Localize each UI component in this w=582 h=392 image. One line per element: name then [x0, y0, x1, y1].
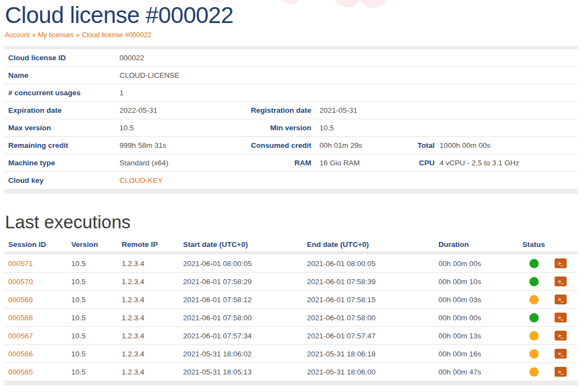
terminal-icon: >_ [558, 279, 563, 284]
duration-cell: 00h 00m 00s [436, 255, 521, 273]
duration-cell: 00h 00m 10s [436, 273, 521, 291]
session-id-link[interactable]: 000571 [8, 260, 33, 268]
detail-label [377, 49, 435, 67]
column-header-actions [547, 237, 578, 251]
end-date-cell: 2021-06-01 07:58:39 [304, 273, 436, 291]
session-id-cell: 000565 [4, 363, 71, 381]
terminal-button[interactable]: >_ [555, 276, 567, 286]
start-date-cell: 2021-06-01 07:58:29 [181, 273, 304, 291]
terminal-button[interactable]: >_ [555, 295, 567, 304]
detail-label [202, 49, 311, 67]
start-date-cell: 2021-06-01 08:00:05 [181, 255, 304, 273]
session-id-link[interactable]: 000570 [8, 278, 33, 286]
column-header-status: Status [521, 237, 547, 251]
session-id-link[interactable]: 000565 [8, 368, 33, 376]
detail-value [435, 172, 578, 189]
start-date-cell: 2021-05-31 18:06:02 [181, 345, 304, 363]
license-detail-row: Remaining credit999h 58m 31sConsumed cre… [4, 137, 578, 154]
duration-cell: 00h 00m 13s [436, 327, 521, 345]
detail-value: 1 [119, 84, 202, 102]
license-detail-row: Cloud keyCLOUD-KEY [4, 172, 578, 189]
license-detail-row: NameCLOUD-LICENSE [4, 67, 578, 84]
terminal-icon: >_ [558, 315, 563, 320]
cloud-key-link[interactable]: CLOUD-KEY [119, 176, 163, 185]
detail-label [202, 67, 311, 84]
page-title: Cloud license #000022 [0, 0, 582, 28]
detail-value: 00h 01m 29s [311, 137, 377, 154]
start-date-cell: 2021-06-01 07:57:34 [181, 327, 304, 345]
column-header-session-id: Session ID [4, 237, 71, 251]
session-id-cell: 000567 [4, 327, 71, 345]
status-dot [529, 331, 539, 341]
status-cell [521, 309, 547, 327]
status-dot [529, 349, 539, 359]
remote-ip-cell: 1.2.3.4 [118, 291, 181, 309]
detail-value: 10.5 [311, 119, 377, 137]
session-id-cell: 000566 [4, 345, 71, 363]
duration-cell: 00h 00m 03s [436, 291, 521, 309]
execution-row: 00057010.51.2.3.42021-06-01 07:58:292021… [4, 273, 578, 291]
actions-cell: >_ [547, 345, 578, 363]
status-dot [529, 295, 539, 304]
session-id-link[interactable]: 000566 [8, 350, 33, 358]
session-id-cell: 000570 [4, 273, 71, 291]
executions-table: Session ID Version Remote IP Start date … [4, 237, 578, 385]
end-date-cell: 2021-06-01 07:58:00 [304, 309, 436, 327]
end-date-cell: 2021-05-31 18:06:00 [304, 363, 436, 381]
duration-cell: 00h 00m 16s [436, 345, 521, 363]
detail-value [435, 49, 578, 67]
detail-label [202, 84, 311, 102]
executions-header-row: Session ID Version Remote IP Start date … [4, 237, 578, 251]
session-id-link[interactable]: 000568 [8, 314, 33, 322]
last-executions-heading: Last executions [5, 212, 582, 233]
terminal-button[interactable]: >_ [555, 349, 567, 359]
detail-label: Max version [4, 119, 119, 137]
detail-label: Machine type [4, 154, 119, 172]
terminal-icon: >_ [558, 369, 563, 374]
license-detail-row: Max version10.5Min version10.5 [4, 119, 578, 137]
terminal-icon: >_ [558, 333, 563, 338]
breadcrumb-separator: » [73, 31, 82, 39]
status-cell [521, 363, 547, 381]
session-id-link[interactable]: 000569 [8, 296, 33, 304]
terminal-button[interactable]: >_ [555, 367, 567, 377]
session-id-cell: 000568 [4, 309, 71, 327]
detail-label: Cloud key [4, 172, 119, 189]
start-date-cell: 2021-05-31 18:05:13 [181, 363, 304, 381]
duration-cell: 00h 00m 47s [436, 363, 521, 381]
execution-row: 00056510.51.2.3.42021-05-31 18:05:132021… [4, 363, 578, 381]
terminal-button[interactable]: >_ [555, 331, 567, 341]
end-date-cell: 2021-06-01 07:57:47 [304, 327, 436, 345]
execution-row: 00056710.51.2.3.42021-06-01 07:57:342021… [4, 327, 578, 345]
version-cell: 10.5 [71, 327, 118, 345]
detail-label [377, 102, 435, 119]
detail-label [202, 172, 311, 189]
status-dot [529, 313, 539, 322]
status-cell [521, 291, 547, 309]
version-cell: 10.5 [71, 291, 118, 309]
status-cell [521, 327, 547, 345]
column-header-remote-ip: Remote IP [118, 237, 181, 251]
detail-value [311, 172, 377, 189]
start-date-cell: 2021-06-01 07:58:12 [181, 291, 304, 309]
session-id-link[interactable]: 000567 [8, 332, 33, 340]
detail-label: Registration date [202, 102, 311, 119]
detail-value: 4 vCPU - 2.5 to 3.1 GHz [435, 154, 578, 172]
remote-ip-cell: 1.2.3.4 [118, 363, 181, 381]
terminal-icon: >_ [558, 261, 563, 266]
actions-cell: >_ [547, 309, 578, 327]
status-cell [521, 345, 547, 363]
license-detail-row: Machine typeStandard (x64)RAM16 Gio RAMC… [4, 154, 578, 172]
detail-label: Consumed credit [202, 137, 311, 154]
detail-label [377, 84, 435, 102]
terminal-button[interactable]: >_ [555, 313, 567, 322]
breadcrumb-link-my-licenses[interactable]: My licenses [38, 31, 73, 39]
end-date-cell: 2021-06-01 08:00:05 [304, 255, 436, 273]
terminal-button[interactable]: >_ [555, 258, 567, 268]
detail-value: CLOUD-LICENSE [119, 67, 202, 84]
remote-ip-cell: 1.2.3.4 [118, 345, 181, 363]
detail-value: 000022 [119, 49, 202, 67]
breadcrumb-link-account[interactable]: Account [5, 31, 30, 39]
session-id-cell: 000569 [4, 291, 71, 309]
execution-row: 00056910.51.2.3.42021-06-01 07:58:122021… [4, 291, 578, 309]
